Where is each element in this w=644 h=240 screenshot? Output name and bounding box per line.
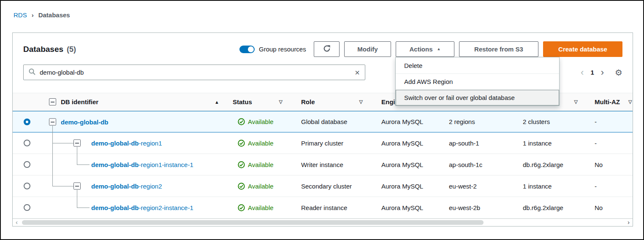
select-column-header xyxy=(13,93,45,111)
collapse-all-icon[interactable] xyxy=(49,98,56,105)
role-cell: Global database xyxy=(297,111,377,132)
group-resources-toggle[interactable] xyxy=(239,46,255,53)
db-name-suffix: -region1-instance-1 xyxy=(139,161,193,168)
page-title: Databases xyxy=(23,45,63,54)
caret-up-icon: ▲ xyxy=(437,47,441,51)
row-radio-button[interactable] xyxy=(24,119,30,125)
collapse-row-icon[interactable] xyxy=(73,140,81,147)
status-cell: Available xyxy=(228,111,297,132)
tree-connector-line xyxy=(52,132,53,143)
current-page-number[interactable]: 1 xyxy=(588,69,596,76)
size-cell: db.r6g.2xlarge xyxy=(519,197,590,218)
breadcrumb-separator-icon: › xyxy=(32,11,34,19)
status-cell: Available xyxy=(228,132,297,154)
engine-cell: Aurora MySQL xyxy=(377,111,445,132)
table-row[interactable]: demo-global-db Available Global database… xyxy=(13,111,633,132)
row-radio-button[interactable] xyxy=(24,183,30,189)
column-label-multi-az[interactable]: Multi-AZ xyxy=(595,98,620,105)
status-cell: Available xyxy=(228,175,297,197)
engine-cell: Aurora MySQL xyxy=(377,154,445,175)
row-radio-button[interactable] xyxy=(24,140,30,146)
collapse-row-icon[interactable] xyxy=(73,183,81,190)
multi-az-cell: - xyxy=(590,111,633,132)
horizontal-scrollbar[interactable]: ‹ › xyxy=(13,218,633,226)
row-select-cell xyxy=(13,197,45,218)
table-row[interactable]: demo-global-db-region1-instance-1 Availa… xyxy=(13,154,633,175)
table-body: demo-global-db Available Global database… xyxy=(13,111,633,218)
search-box[interactable]: × xyxy=(23,65,365,80)
status-available-icon xyxy=(238,161,245,168)
actions-menu-item[interactable]: Switch over or fail over global database xyxy=(396,89,559,105)
engine-cell: Aurora MySQL xyxy=(377,132,445,154)
db-name-base: demo-global-db xyxy=(91,140,139,147)
status-available-icon xyxy=(238,118,245,125)
search-icon xyxy=(29,68,35,77)
actions-button[interactable]: Actions ▲ xyxy=(396,41,454,57)
next-page-icon[interactable]: › xyxy=(597,67,608,78)
column-label-role[interactable]: Role xyxy=(301,98,315,105)
column-label-db-identifier[interactable]: DB identifier xyxy=(61,98,98,105)
filter-icon[interactable]: ▽ xyxy=(628,99,632,105)
breadcrumb-current: Databases xyxy=(38,11,70,19)
db-identifier-link[interactable]: demo-global-db-region1 xyxy=(91,140,162,147)
region-cell: eu-west-2 xyxy=(445,175,519,197)
previous-page-icon[interactable]: ‹ xyxy=(576,67,588,78)
table-row[interactable]: demo-global-db-region1 Available Primary… xyxy=(13,132,633,154)
db-name-suffix: -region1 xyxy=(139,140,162,147)
tree-connector-line xyxy=(77,147,77,154)
breadcrumb-rds-link[interactable]: RDS xyxy=(14,11,27,19)
status-cell: Available xyxy=(228,154,297,175)
scrollbar-thumb[interactable] xyxy=(22,220,484,225)
region-cell: 2 regions xyxy=(445,111,519,132)
db-identifier-link[interactable]: demo-global-db-region2 xyxy=(91,183,162,190)
toggle-knob xyxy=(248,46,254,52)
modify-button[interactable]: Modify xyxy=(344,41,391,57)
db-identifier-link[interactable]: demo-global-db-region2-instance-1 xyxy=(91,204,193,211)
row-radio-button[interactable] xyxy=(24,161,30,168)
multi-az-cell: No xyxy=(590,197,633,218)
size-cell: 1 instance xyxy=(519,175,590,197)
scroll-left-icon[interactable]: ‹ xyxy=(16,219,18,226)
table-row[interactable]: demo-global-db-region2-instance-1 Availa… xyxy=(13,197,633,218)
panel-title: Databases (5) xyxy=(23,45,239,54)
role-cell: Primary cluster xyxy=(297,132,377,154)
column-label-status[interactable]: Status xyxy=(233,98,252,105)
status-text: Available xyxy=(248,183,274,190)
db-name-base: demo-global-db xyxy=(91,183,139,190)
region-cell: ap-south-1c xyxy=(445,154,519,175)
row-radio-button[interactable] xyxy=(24,204,30,211)
role-cell: Writer instance xyxy=(297,154,377,175)
role-cell: Secondary cluster xyxy=(297,175,377,197)
table-row[interactable]: demo-global-db-region2 Available Seconda… xyxy=(13,175,633,197)
search-input[interactable] xyxy=(40,69,351,76)
refresh-button[interactable] xyxy=(314,41,340,57)
tree-connector-line xyxy=(52,186,73,186)
db-identifier-cell: demo-global-db xyxy=(45,111,228,132)
db-identifier-link[interactable]: demo-global-db-region1-instance-1 xyxy=(91,161,193,168)
db-identifier-column-header: DB identifier ▲ xyxy=(45,93,228,111)
db-identifier-link[interactable]: demo-global-db xyxy=(61,118,109,125)
actions-menu-item[interactable]: Add AWS Region xyxy=(396,73,559,89)
engine-cell: Aurora MySQL xyxy=(377,175,445,197)
scroll-right-icon[interactable]: › xyxy=(628,219,630,226)
clear-search-icon[interactable]: × xyxy=(355,68,360,77)
tree-connector-line xyxy=(77,154,77,165)
tree-connector-line xyxy=(77,190,77,197)
db-identifier-cell: demo-global-db-region1-instance-1 xyxy=(45,154,228,175)
db-name-base: demo-global-db xyxy=(61,118,109,125)
tree-connector-line xyxy=(52,175,53,186)
create-database-button[interactable]: Create database xyxy=(543,41,622,57)
row-select-cell xyxy=(13,132,45,154)
filter-icon[interactable]: ▽ xyxy=(359,99,377,105)
status-available-icon xyxy=(238,183,245,190)
filter-icon[interactable]: ▽ xyxy=(279,99,297,105)
actions-menu-item[interactable]: Delete xyxy=(396,57,559,73)
settings-gear-icon[interactable]: ⚙ xyxy=(615,67,622,78)
restore-from-s3-button[interactable]: Restore from S3 xyxy=(459,41,538,57)
sort-ascending-icon[interactable]: ▲ xyxy=(215,100,228,105)
tree-connector-line xyxy=(77,208,90,208)
db-identifier-cell: demo-global-db-region2-instance-1 xyxy=(45,197,228,218)
databases-table: DB identifier ▲ Status ▽ Role ▽ Engine xyxy=(13,93,633,226)
filter-icon[interactable]: ▽ xyxy=(574,99,590,105)
collapse-row-icon[interactable] xyxy=(49,118,56,125)
